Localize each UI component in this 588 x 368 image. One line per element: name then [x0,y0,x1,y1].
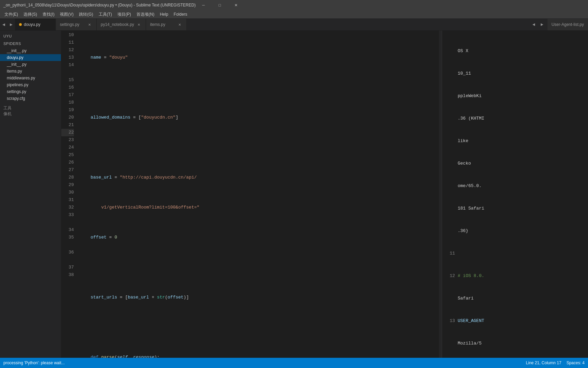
code-line-17: start_urls = [base_url + str(offset)] [80,294,439,301]
sidebar-item-scrapy[interactable]: scrapy.cfg [0,95,61,102]
cursor-position: Line 21, Column 17 [526,361,561,365]
close-button[interactable]: ✕ [228,0,244,10]
code-line-18 [80,324,439,331]
tab-dirty-indicator [19,23,22,26]
menu-preferences[interactable]: 首选项(N) [134,11,157,18]
tab-label: items.py [150,22,165,27]
tab-nav-left[interactable]: ◄ [530,21,538,28]
sidebar-project-name: uyu [0,32,61,40]
sidebar-item-settings[interactable]: settings.py [0,88,61,95]
ua-line: ome/65.0. [445,182,585,190]
sidebar-item-items[interactable]: items.py [0,68,61,75]
sidebar-item-init2[interactable]: __init__.py [0,61,61,68]
tab-close-notebook[interactable]: ✕ [136,22,142,27]
ua-line: ppleWebKi [445,92,585,100]
menu-view[interactable]: 视图(V) [57,11,76,18]
editor-area: 10 11 12 13 14 15 16 17 18 19 20 21 22 2… [61,31,442,358]
spaces-indicator: Spaces: 4 [567,361,585,365]
sidebar-spiders-section: Spiders [0,40,61,47]
code-line-14b: v1/getVerticalRoom?limit=100&offset=" [80,204,439,211]
tab-label: douyu.py [24,22,40,27]
code-content[interactable]: name = "douyu" allowed_domains = ["douyu… [77,31,439,358]
code-line-16 [80,264,439,271]
tab-settings[interactable]: settings.py ✕ [56,19,97,30]
main-layout: uyu Spiders __init__.py douyu.py __init_… [0,31,588,358]
maximize-button[interactable]: □ [212,0,228,10]
tab-label: settings.py [60,22,79,27]
ua-line: OS X [445,47,585,55]
code-line-10: name = "douyu" [80,54,439,61]
tab-label: py14_notebook.py [101,22,134,27]
status-right: Line 21, Column 17 Spaces: 4 [526,361,585,365]
ua-content: OS X 10_11 ppleWebKi .36 (KHTMI like Gec… [445,32,585,358]
nav-prev[interactable]: ◀ [0,19,7,30]
sidebar-tools: 工具 像机 [0,102,61,120]
tab-close-items[interactable]: ✕ [177,22,182,27]
code-line-15: offset = 0 [80,234,439,241]
editor-scrollbar[interactable] [439,31,442,358]
window-title: _on_python\_14_0508\day11\Douyu\Douyu\sp… [3,3,196,7]
code-line-13 [80,144,439,151]
ua-tab-label: User-Agent-list.py [552,22,584,27]
ua-line: Mozilla/5 [445,340,585,347]
ua-line: Gecko [445,160,585,167]
menu-jump[interactable]: 跳转(G) [76,11,96,18]
tools-label: 工具 [3,105,58,111]
menu-bar: 文件(E) 选择(S) 查找(I) 视图(V) 跳转(G) 工具(T) 项目(P… [0,10,588,19]
ua-line-13: 13USER_AGENT [445,317,585,325]
menu-find[interactable]: 查找(I) [40,11,57,18]
line-numbers: 10 11 12 13 14 15 16 17 18 19 20 21 22 2… [61,31,77,358]
ua-line: .36 (KHTMI [445,115,585,122]
ua-line: 10_11 [445,70,585,77]
tab-nav-right[interactable]: ► [538,21,546,28]
nav-next[interactable]: ▶ [7,19,15,30]
sidebar-item-init1[interactable]: __init__.py [0,47,61,54]
sidebar-item-douyu[interactable]: douyu.py [0,54,61,61]
title-bar: _on_python\_14_0508\day11\Douyu\Douyu\sp… [0,0,588,10]
menu-select[interactable]: 选择(S) [21,11,40,18]
menu-help[interactable]: Help [157,11,171,17]
code-line-19: def parse(self, response): [80,354,439,358]
sidebar-item-pipelines[interactable]: pipelines.py [0,81,61,88]
ua-line: like [445,137,585,145]
code-line-12: allowed_domains = ["douyucdn.cn"] [80,114,439,121]
sidebar: uyu Spiders __init__.py douyu.py __init_… [0,31,61,358]
menu-tools[interactable]: 工具(T) [96,11,115,18]
camera-label: 像机 [3,111,58,117]
tab-notebook[interactable]: py14_notebook.py ✕ [97,19,146,30]
ua-line: .36} [445,227,585,235]
ua-line: 181 Safari [445,205,585,212]
menu-file[interactable]: 文件(E) [2,11,21,18]
ua-line: Safari [445,295,585,302]
tab-useragent-list[interactable]: User-Agent-list.py [548,19,588,30]
menu-project[interactable]: 项目(P) [115,11,134,18]
right-panel[interactable]: OS X 10_11 ppleWebKi .36 (KHTMI like Gec… [442,31,588,358]
menu-folders[interactable]: Folders [171,11,190,17]
code-line-11 [80,84,439,91]
status-text: processing 'Python': please wait... [3,361,65,365]
tab-douyu[interactable]: douyu.py [15,19,56,30]
minimize-button[interactable]: ─ [196,0,211,10]
status-bar: processing 'Python': please wait... Line… [0,358,588,368]
tab-items[interactable]: items.py ✕ [146,19,187,30]
ua-line-12: 12# iOS 8.0. [445,272,585,280]
sidebar-item-middlewares[interactable]: middlewares.py [0,75,61,81]
ua-line-11: 11 [445,250,585,257]
tab-close-settings[interactable]: ✕ [87,22,92,27]
window-controls: ─ □ ✕ [196,0,244,10]
tab-bar: ◀ ▶ douyu.py settings.py ✕ py14_notebook… [0,19,588,31]
code-line-14: base_url = "http://capi.douyucdn.cn/api/ [80,174,439,181]
